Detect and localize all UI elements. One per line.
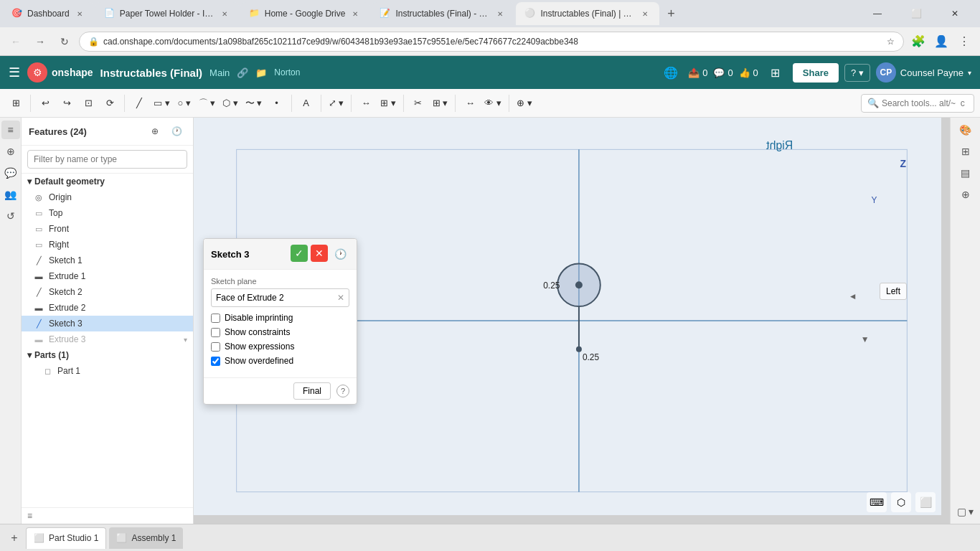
history-icon[interactable]: ↺ [1,207,20,225]
pattern-tool[interactable]: ⊞ ▾ [430,93,451,114]
sketch-confirm-button[interactable]: ✓ [291,245,308,262]
tab-instructables-final[interactable]: 📝 Instructables (Final) - Googl... ✕ [371,2,514,25]
text-tool[interactable]: A [296,93,316,114]
tab-close-4[interactable]: ✕ [494,8,506,19]
feature-item-extrude3[interactable]: ▬ Extrude 3 ▾ [22,331,193,347]
rt-mesh-icon[interactable]: ⊞ [956,142,975,161]
maximize-button[interactable]: ⬜ [900,2,933,25]
history-toggle-icon[interactable]: 🕐 [167,122,186,141]
tab-assembly-1[interactable]: ⬜ Assembly 1 [109,527,183,549]
search-tools-input[interactable] [882,98,968,108]
rt-appearance-icon[interactable]: 🎨 [956,121,975,139]
rt-explode-icon[interactable]: ⊕ [956,185,975,204]
tab-part-studio-1[interactable]: ⬜ Part Studio 1 [26,527,106,549]
viewport-scrollbar-right[interactable] [941,118,950,524]
feature-item-extrude2[interactable]: ▬ Extrude 2 [22,300,193,316]
feature-item-top[interactable]: ▭ Top [22,205,193,221]
final-button[interactable]: Final [293,382,331,400]
tab-close-5[interactable]: ✕ [639,8,651,19]
grid-view-icon[interactable]: ⊞ [764,61,787,84]
tab-close-1[interactable]: ✕ [74,8,85,19]
polygon-tool[interactable]: ⬡ ▾ [220,93,241,114]
section-default-geometry[interactable]: ▾ Default geometry [22,174,193,189]
point-tool[interactable]: • [267,93,287,114]
line-tool[interactable]: ╱ [129,93,149,114]
new-tab-button[interactable]: + [661,4,681,24]
add-tab-button[interactable]: + [6,529,23,547]
arc-tool[interactable]: ⌒ ▾ [196,93,219,114]
trim-tool[interactable]: ✂ [408,93,428,114]
share-button[interactable]: Share [793,63,839,83]
tab-close-2[interactable]: ✕ [219,8,230,19]
feature-collapse-icon[interactable]: ≡ [27,511,32,521]
circle-tool[interactable]: ○ ▾ [174,93,194,114]
copy-button[interactable]: ⊡ [78,93,98,114]
forward-button[interactable]: → [30,32,50,52]
features-icon[interactable]: ≡ [1,121,20,139]
sketch-cancel-button[interactable]: ✕ [311,245,328,262]
show-overdefined-checkbox[interactable] [211,357,220,366]
feature-item-origin[interactable]: ◎ Origin [22,189,193,205]
parts-section-label: Parts (1) [34,350,69,360]
user-section[interactable]: CP Counsel Payne ▾ [876,62,971,83]
add-feature-icon[interactable]: ⊕ [146,122,164,141]
help-button[interactable]: ? ▾ [844,64,870,82]
workspace-label[interactable]: Norton [274,67,300,77]
feature-item-sketch2[interactable]: ╱ Sketch 2 [22,284,193,300]
extrude-icon-3: ▬ [33,334,44,345]
feature-filter-input[interactable] [27,150,187,169]
rt-section-icon[interactable]: ▤ [956,164,975,182]
close-button[interactable]: ✕ [938,2,971,25]
assembly-icon[interactable]: ⊕ [1,142,20,161]
dimension-tool[interactable]: ↔ [356,93,376,114]
group-icon[interactable]: 👥 [1,185,20,204]
transform-tool[interactable]: ⤢ ▾ [326,93,347,114]
rt-cube-icon[interactable]: ▢ ▾ [956,502,975,521]
section-parts[interactable]: ▾ Parts (1) [22,347,193,363]
features-toolbar-icon[interactable]: ⊞ [6,93,26,114]
show-constraints-checkbox[interactable] [211,328,220,337]
undo-button[interactable]: ↩ [35,93,55,114]
reload-button[interactable]: ↻ [55,32,75,52]
feature-item-extrude1[interactable]: ▬ Extrude 1 [22,268,193,284]
search-tools-box[interactable]: 🔍 [861,94,974,113]
sketch-clock-icon[interactable]: 🕐 [331,245,349,263]
mirror-button[interactable]: ⟳ [100,93,120,114]
feature-label-part1: Part 1 [57,366,187,376]
minimize-button[interactable]: — [861,2,894,25]
tab-active[interactable]: ⚪ Instructables (Final) | Part St... ✕ [516,2,659,25]
viewport-scale-icon[interactable]: ⬜ [915,492,936,512]
feature-item-front[interactable]: ▭ Front [22,221,193,237]
profile-icon[interactable]: 👤 [931,32,951,52]
viewport-scrollbar-bottom[interactable] [194,515,941,524]
tab-close-3[interactable]: ✕ [349,8,361,19]
comment-side-icon[interactable]: 💬 [1,164,20,182]
browser-settings-icon[interactable]: ⋮ [954,32,974,52]
url-bar[interactable]: 🔒 cad.onshape.com/documents/1a098baf265c… [79,32,904,52]
hamburger-menu[interactable]: ☰ [9,65,20,80]
rect-tool[interactable]: ▭ ▾ [151,93,173,114]
viewport-keyboard-icon[interactable]: ⌨ [867,492,887,512]
snap-tool[interactable]: ⊕ ▾ [514,93,535,114]
feature-item-sketch3[interactable]: ╱ Sketch 3 [22,316,193,331]
disable-imprinting-checkbox[interactable] [211,314,220,323]
tab-paper-towel[interactable]: 📄 Paper Towel Holder - Instruc... ✕ [95,2,239,25]
globe-icon[interactable]: 🌐 [659,61,682,84]
feature-item-part1[interactable]: ◻ Part 1 [22,363,193,379]
viewport-plane-icon[interactable]: ⬡ [891,492,911,512]
constrain-tool[interactable]: ⊞ ▾ [377,93,399,114]
spline-tool[interactable]: 〜 ▾ [242,93,265,114]
feature-item-sketch1[interactable]: ╱ Sketch 1 [22,253,193,268]
redo-button[interactable]: ↪ [57,93,77,114]
tab-google-drive[interactable]: 📁 Home - Google Drive ✕ [240,2,370,25]
sketch-help-icon[interactable]: ? [336,385,349,397]
show-expressions-checkbox[interactable] [211,342,220,352]
extensions-icon[interactable]: 🧩 [908,32,928,52]
sketch-plane-clear-icon[interactable]: ✕ [337,293,344,303]
measure-tool[interactable]: ↔ [460,93,480,114]
feature-item-right[interactable]: ▭ Right [22,237,193,253]
left-view-button[interactable]: Left [880,283,907,300]
back-button[interactable]: ← [6,32,26,52]
view-tool[interactable]: 👁 ▾ [481,93,504,114]
tab-dashboard[interactable]: 🎯 Dashboard ✕ [3,2,94,25]
